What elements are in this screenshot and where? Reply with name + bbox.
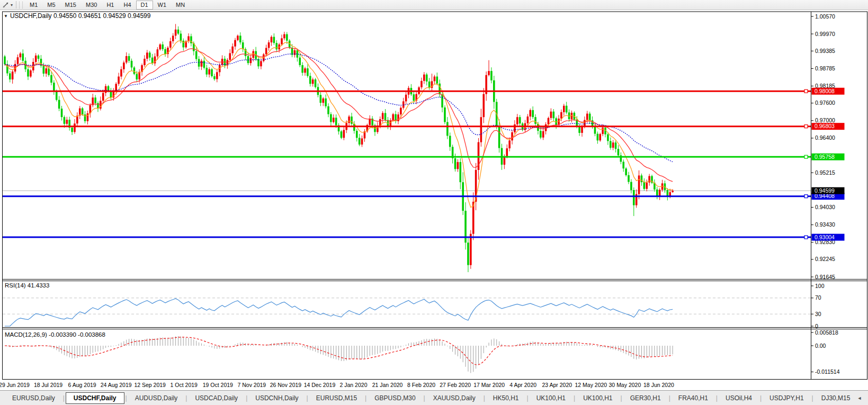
tab-divider: | [621, 394, 622, 402]
tab-divider: | [246, 394, 247, 402]
price-chart-canvas[interactable]: 1.005700.999700.993850.987850.981850.976… [0, 10, 868, 390]
candle-body [229, 53, 231, 60]
timeframe-button-h4[interactable]: H4 [119, 1, 136, 10]
candle-body [519, 117, 521, 123]
candle-body [136, 74, 138, 79]
candle-body [369, 119, 371, 125]
candle-body [38, 56, 40, 59]
chart-tab-eurusd-daily[interactable]: EURUSD,Daily [5, 393, 62, 403]
collapse-marker-icon[interactable]: ▼ [4, 14, 8, 19]
candle-body [400, 108, 402, 115]
candle-body [578, 126, 580, 133]
chart-tab-gbpusd-m30[interactable]: GBPUSD,M30 [368, 393, 422, 403]
candle-body [260, 61, 262, 66]
level-line-anchor[interactable] [804, 155, 808, 158]
candle-body [599, 134, 601, 140]
candle-body [201, 61, 203, 67]
candle-body [413, 94, 415, 101]
rsi-line [5, 299, 673, 326]
candle-body [128, 56, 130, 61]
timeframe-button-mn[interactable]: MN [171, 1, 190, 10]
candle-body [237, 35, 239, 40]
chart-tab-ger30-h1[interactable]: GER30,H1 [623, 393, 668, 403]
chart-tab-fra40-h1[interactable]: FRA40,H1 [672, 393, 715, 403]
timeframe-button-m30[interactable]: M30 [81, 1, 102, 10]
candle-body [123, 62, 125, 69]
tab-scroll-left-icon[interactable]: ◄ [857, 395, 862, 401]
candle-body [341, 131, 343, 138]
candle-body [198, 59, 200, 66]
level-line-anchor[interactable] [804, 125, 808, 128]
candle-body [180, 34, 182, 41]
crosshair-tool-icon[interactable] [1, 1, 11, 8]
chart-tab-usdcad-daily[interactable]: USDCAD,Daily [188, 393, 245, 403]
chart-tab-usdjpy-h1[interactable]: USDJPY,H1 [763, 393, 810, 403]
candle-body [265, 48, 267, 55]
candle-body [594, 127, 596, 134]
tab-divider: | [126, 394, 127, 402]
candle-body [482, 94, 485, 118]
macd-axis-label: -0.011514 [815, 368, 840, 375]
tab-divider: | [424, 394, 425, 402]
price-axis-label: 0.97600 [815, 100, 835, 106]
date-axis-label: 18 Jul 2019 [34, 382, 62, 388]
timeframe-button-d1[interactable]: D1 [136, 1, 153, 10]
chart-tab-hk50-h1[interactable]: HK50,H1 [486, 393, 526, 403]
date-axis-label: 21 Jan 2020 [372, 382, 403, 388]
candle-body [534, 117, 536, 124]
candle-body [446, 122, 449, 136]
chart-tab-usoil-h4[interactable]: USOil,H4 [719, 393, 759, 403]
candle-body [638, 175, 640, 194]
tab-divider: | [185, 394, 187, 402]
macd-axis-label: 0.005818 [815, 329, 838, 336]
chart-tab-uk100-h1[interactable]: UK100,H1 [530, 393, 572, 403]
chart-tab-xauusd-daily[interactable]: XAUUSD,Daily [426, 393, 482, 403]
rsi-axis-label: 70 [815, 294, 821, 301]
date-axis-label: 7 Nov 2019 [237, 382, 266, 388]
toolbar-grip-handle[interactable] [19, 2, 23, 8]
chart-tab-usdcnh-daily[interactable]: USDCNH,Daily [248, 393, 305, 403]
level-line-anchor[interactable] [804, 89, 808, 93]
timeframe-button-h1[interactable]: H1 [102, 1, 119, 10]
price-axis-label: 0.92245 [815, 256, 835, 262]
candle-body [234, 40, 236, 47]
price-axis-label: 0.99385 [815, 48, 835, 54]
candle-body [426, 75, 428, 82]
candle-body [441, 94, 443, 107]
candle-body [563, 106, 565, 112]
chart-tab-dj30-m15[interactable]: DJ30,M15 [815, 393, 857, 403]
chart-tab-eurusd-m15[interactable]: EURUSD,M15 [309, 393, 364, 403]
date-axis-label: 12 Sep 2019 [134, 382, 166, 388]
candle-body [439, 84, 441, 94]
chart-tab-usdchf-daily[interactable]: USDCHF,Daily [66, 392, 124, 404]
tab-divider: | [716, 394, 718, 402]
candle-body [449, 136, 451, 147]
timeframe-button-w1[interactable]: W1 [153, 1, 172, 10]
timeframe-button-m1[interactable]: M1 [25, 1, 42, 10]
candle-body [343, 130, 345, 138]
candle-body [630, 182, 632, 190]
candle-body [208, 69, 210, 75]
candle-body [444, 107, 446, 122]
chart-tab-bar: EURUSD,Daily|USDCHF,Daily|AUDUSD,Daily|U… [0, 390, 868, 405]
timeframe-button-m15[interactable]: M15 [60, 1, 81, 10]
timeframe-button-m5[interactable]: M5 [42, 1, 60, 10]
candle-body [532, 110, 534, 117]
candle-body [516, 117, 518, 124]
candle-body [488, 71, 490, 75]
candle-body [498, 126, 500, 148]
tab-divider: | [365, 394, 366, 402]
candle-body [35, 56, 37, 62]
level-line-anchor[interactable] [804, 236, 808, 239]
level-line-anchor[interactable] [804, 195, 808, 198]
candle-body [361, 138, 363, 145]
candle-body [641, 175, 643, 182]
chart-tab-uk100-h1[interactable]: UK100,H1 [576, 393, 619, 403]
candle-body [656, 190, 658, 196]
tool-dropdown-caret-icon[interactable]: ▾ [11, 3, 13, 7]
chart-tab-audusd-daily[interactable]: AUDUSD,Daily [128, 393, 185, 403]
candle-body [333, 118, 335, 122]
candle-body [307, 68, 309, 76]
candle-body [177, 30, 180, 34]
candle-body [508, 140, 511, 148]
